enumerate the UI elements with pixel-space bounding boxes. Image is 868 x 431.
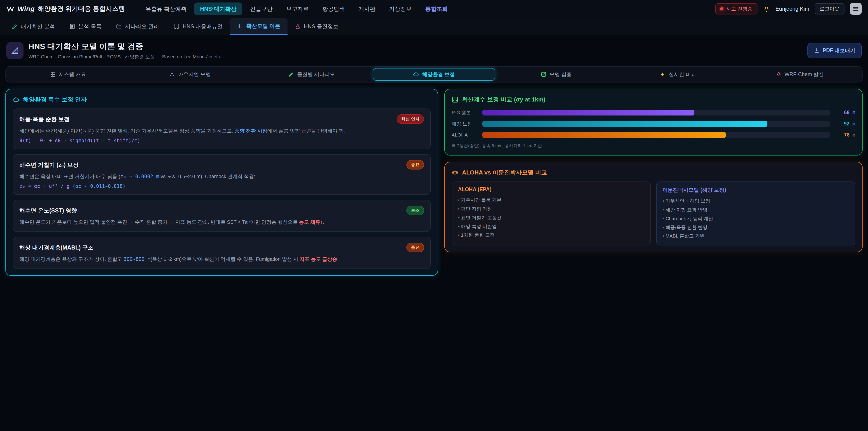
card-title: 해상 대기경계층(MABL) 구조 — [20, 244, 94, 251]
flask-icon — [295, 24, 301, 29]
tab-wrfchem-advance[interactable]: WRF-Chem 발전 — [739, 68, 861, 81]
tab-label: 해양환경 보정 — [422, 71, 455, 78]
bar-chart: P-G 원본 68 m 해양 보정 92 m ALO — [452, 110, 855, 138]
tab-label: 시스템 개요 — [59, 71, 86, 78]
tab-realtime-compare[interactable]: 실시간 비교 — [617, 68, 739, 81]
model-comparison-panel: ALOHA vs 이문진박사모델 비교 ALOHA (EPA) 가우시안 플룸 … — [444, 162, 863, 252]
list-item: 가우시안 + 해양 보정 — [662, 196, 849, 206]
user-name: Eunjeong Kim — [776, 6, 809, 12]
nav-item-oil-diffusion[interactable]: 유출유 확산예측 — [140, 2, 192, 16]
panel-title-text: 확산계수 보정 비교 (σy at 1km) — [462, 96, 546, 103]
overview-icon — [50, 72, 56, 77]
brand: Wing 해양환경 위기대응 통합시스템 — [6, 4, 125, 13]
wing-logo-icon — [6, 5, 14, 13]
card-title: 해수면 온도(SST) 영향 — [20, 207, 77, 214]
logout-button[interactable]: 로그아웃 — [815, 3, 844, 14]
list-item: 1차원 풍향 고정 — [458, 231, 645, 240]
nav-item-integrated-search[interactable]: 통합조회 — [419, 2, 454, 16]
card-formula: z₀ = αc · u*² / g (αc ≈ 0.011~0.018) — [20, 184, 424, 189]
incident-label: 사고 진행중 — [726, 5, 752, 12]
app-title: 해양환경 위기대응 통합시스템 — [38, 4, 125, 13]
page-header-titles: HNS 대기확산 모델 이론 및 검증 WRF-Chem · Gaussian … — [29, 41, 224, 60]
tab-marine-correction[interactable]: 해양환경 보정 — [373, 68, 495, 81]
card-head: 해풍·육풍 순환 보정 핵심 인자 — [20, 114, 424, 124]
notification-bell-button[interactable] — [763, 5, 770, 12]
pencil-icon — [12, 24, 18, 29]
nav-item-emergency-rescue[interactable]: 긴급구난 — [244, 2, 278, 16]
chart-panel-title: 확산계수 보정 비교 (σy at 1km) — [452, 96, 855, 103]
nav-item-reports[interactable]: 보고자료 — [280, 2, 315, 16]
lightning-icon — [660, 72, 665, 77]
subnav-scenario-management[interactable]: 시나리오 관리 — [109, 18, 166, 35]
main-navigation: 유출유 확산예측 HNS·대기확산 긴급구난 보고자료 항공탐색 게시판 기상정… — [140, 2, 454, 16]
pdf-export-label: PDF 내보내기 — [823, 47, 855, 54]
tab-substance-scenario[interactable]: 물질별 시나리오 — [251, 68, 373, 81]
tab-model-validation[interactable]: 모델 검증 — [495, 68, 617, 81]
correction-card-mabl: 해상 대기경계층(MABL) 구조 중요 해양 대기경계층은 육상과 구조가 상… — [13, 237, 431, 269]
importance-badge: 중요 — [406, 160, 424, 170]
chart-note: ※ D등급(중립), 풍속 5 m/s, 풍하거리 1 km 기준 — [452, 143, 855, 149]
subnav-diffusion-theory[interactable]: 확산모델 이론 — [230, 18, 287, 35]
incident-dot-icon — [720, 7, 723, 10]
bar-track — [483, 132, 830, 138]
tab-gaussian-model[interactable]: 가우시안 모델 — [129, 68, 251, 81]
tab-label: 실시간 비교 — [669, 71, 696, 78]
check-square-icon — [541, 72, 546, 77]
nav-item-hns-air[interactable]: HNS·대기확산 — [194, 2, 242, 16]
list-icon — [69, 24, 75, 29]
marine-correction-panel: 해양환경 특수 보정 인자 해풍·육풍 순환 보정 핵심 인자 해안에서는 주간… — [5, 89, 438, 276]
chart-icon — [237, 23, 243, 29]
list-item: 가우시안 플룸 기본 — [458, 196, 645, 205]
list-item: 해안 지형 효과 반영 — [662, 206, 849, 214]
card-title: 해풍·육풍 순환 보정 — [20, 116, 70, 123]
chart-bar-row: P-G 원본 68 m — [452, 110, 855, 116]
bell-curve-icon — [169, 71, 175, 77]
tab-label: WRF-Chem 발전 — [784, 71, 824, 78]
menu-button[interactable] — [850, 3, 862, 15]
subnav-hns-manual[interactable]: HNS 대응매뉴얼 — [166, 18, 230, 35]
bar-label: P-G 원본 — [452, 110, 478, 116]
card-head: 해상 대기경계층(MABL) 구조 중요 — [20, 243, 424, 252]
nav-item-board[interactable]: 게시판 — [352, 2, 381, 16]
tab-label: 모델 검증 — [550, 71, 572, 78]
subnav-hns-substance-info[interactable]: HNS 물질정보 — [287, 18, 346, 35]
sub-navigation-bar: 대기확산 분석 분석 목록 시나리오 관리 HNS 대응매뉴얼 확산모델 이론 … — [0, 18, 868, 35]
importance-badge: 핵심 인자 — [397, 114, 424, 124]
tab-system-overview[interactable]: 시스템 개요 — [7, 68, 129, 81]
scale-icon — [452, 169, 458, 176]
bar-fill-pg — [483, 110, 694, 116]
page-subtitle: WRF-Chem · Gaussian Plume/Puff · ROMS · … — [29, 54, 224, 60]
top-navigation-bar: Wing 해양환경 위기대응 통합시스템 유출유 확산예측 HNS·대기확산 긴… — [0, 0, 868, 18]
card-title: 해수면 거칠기 (z₀) 보정 — [20, 161, 79, 168]
bar-track — [483, 110, 830, 116]
list-item: 해풍/육풍 전환 반영 — [662, 223, 849, 232]
bar-value: 78 m — [835, 132, 855, 137]
importance-badge: 보조 — [406, 206, 424, 215]
nav-item-aerial-search[interactable]: 항공탐색 — [316, 2, 351, 16]
moonjin-model-comparison-box: 이문진박사모델 (해양 보정) 가우시안 + 해양 보정 해안 지형 효과 반영… — [656, 182, 855, 245]
logo-text: Wing — [18, 5, 35, 13]
card-head: 해수면 온도(SST) 영향 보조 — [20, 206, 424, 215]
topbar-right-cluster: 사고 진행중 Eunjeong Kim 로그아웃 — [715, 3, 862, 15]
marine-correction-panel-title: 해양환경 특수 보정 인자 — [13, 96, 431, 103]
pdf-download-icon — [814, 48, 819, 54]
comparison-panel-title: ALOHA vs 이문진박사모델 비교 — [452, 168, 855, 177]
hamburger-icon — [852, 5, 859, 12]
subnav-air-analysis[interactable]: 대기확산 분석 — [4, 18, 62, 35]
nav-item-weather[interactable]: 기상정보 — [383, 2, 417, 16]
list-item: MABL 혼합고 가변 — [662, 232, 849, 241]
subnav-analysis-list[interactable]: 분석 목록 — [62, 18, 109, 35]
moonjin-model-title: 이문진박사모델 (해양 보정) — [662, 186, 849, 193]
dispersion-coefficient-panel: 확산계수 보정 비교 (σy at 1km) P-G 원본 68 m 해양 보정 — [444, 89, 863, 155]
list-item: 평탄 지형 가정 — [458, 205, 645, 213]
right-column: 확산계수 보정 비교 (σy at 1km) P-G 원본 68 m 해양 보정 — [444, 89, 863, 252]
pdf-export-button[interactable]: PDF 내보내기 — [807, 43, 862, 58]
cloud-icon — [13, 96, 20, 103]
correction-card-sea-roughness: 해수면 거칠기 (z₀) 보정 중요 해수면은 육상 대비 표면 거칠기가 매우… — [13, 154, 431, 195]
subnav-label: 대기확산 분석 — [21, 23, 55, 30]
tab-label: 물질별 시나리오 — [297, 71, 335, 78]
subnav-label: 시나리오 관리 — [125, 23, 159, 30]
comparison-grid: ALOHA (EPA) 가우시안 플룸 기본 평탄 지형 가정 표면 거칠기 고… — [452, 182, 855, 245]
card-body: 해수면 온도가 기온보다 높으면 열적 불안정 촉진 → 수직 혼합 증가 → … — [20, 218, 424, 226]
card-body: 해안에서는 주간(해풍)·야간(육풍) 풍향 전환 발생. 기존 가우시안 모델… — [20, 127, 424, 135]
